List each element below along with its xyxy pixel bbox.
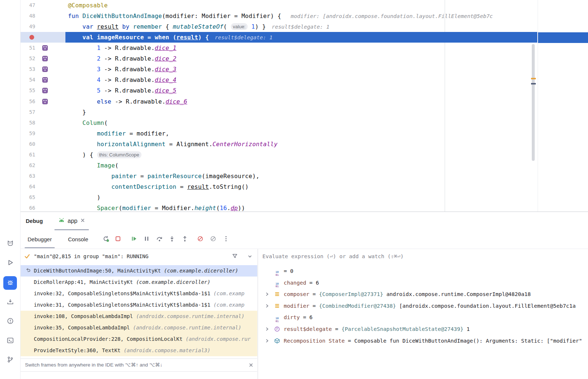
more-button[interactable] <box>221 234 231 245</box>
variable-row[interactable]: 1001dirty = 6 <box>258 311 588 323</box>
step-into-button[interactable] <box>167 234 177 245</box>
code-text[interactable]: } <box>68 107 86 118</box>
code-line-53[interactable]: 533 -> R.drawable.dice_3 <box>21 64 537 75</box>
code-line-48[interactable]: 48fun DiceWithButtonAndImage(modifier: M… <box>21 11 537 21</box>
code-text[interactable]: 3 -> R.drawable.dice_3 <box>68 64 176 75</box>
editor-gutter[interactable]: 51 <box>21 43 65 53</box>
code-text[interactable]: Column( <box>68 118 108 128</box>
code-text[interactable]: fun DiceWithButtonAndImage(modifier: Mod… <box>68 11 493 21</box>
editor-gutter[interactable]: 47 <box>21 0 65 11</box>
frame-row[interactable]: CompositionLocalProvider:228, Compositio… <box>21 333 257 345</box>
code-line-63[interactable]: 63painter = painterResource(imageResourc… <box>21 171 537 181</box>
code-text[interactable]: contentDescription = result.toString() <box>68 181 249 192</box>
drawable-preview-icon[interactable] <box>42 99 48 106</box>
frame-row[interactable]: invoke:108, ComposableLambdaImpl (androi… <box>21 311 257 322</box>
pause-button[interactable] <box>141 234 152 245</box>
frame-row[interactable]: ProvideTextStyle:360, TextKt (androidx.c… <box>21 345 257 356</box>
breakpoint-icon[interactable] <box>29 35 34 40</box>
chevron-right-icon[interactable] <box>265 292 270 298</box>
variable-row[interactable]: 1001changed = 6 <box>258 277 588 289</box>
code-text[interactable]: painter = painterResource(imageResource)… <box>68 171 259 181</box>
editor-gutter[interactable]: 53 <box>21 64 65 75</box>
code-editor[interactable]: 47@Composable48fun DiceWithButtonAndImag… <box>21 0 537 212</box>
editor-gutter[interactable]: 65 <box>21 192 65 203</box>
code-line-62[interactable]: 62Image( <box>21 160 537 171</box>
editor-gutter[interactable]: 54 <box>21 75 65 85</box>
frame-row[interactable]: DiceWithButtonAndImage:50, MainActivityK… <box>21 265 257 277</box>
chevron-right-icon[interactable] <box>265 326 270 333</box>
debug-button[interactable] <box>3 276 17 290</box>
editor-gutter[interactable]: 57 <box>21 107 65 118</box>
mute-breakpoints-button[interactable] <box>195 234 205 245</box>
code-line-64[interactable]: 64contentDescription = result.toString() <box>21 181 537 192</box>
editor-gutter[interactable]: 48 <box>21 11 65 21</box>
code-text[interactable]: val imageResource = when (result) {resul… <box>68 32 273 43</box>
editor-gutter[interactable]: 60 <box>21 139 65 149</box>
editor-gutter[interactable]: 56 <box>21 96 65 107</box>
step-over-button[interactable] <box>154 234 165 245</box>
editor-gutter[interactable]: 49 <box>21 21 65 32</box>
resume-button[interactable] <box>129 234 139 245</box>
code-line-50[interactable]: val imageResource = when (result) {resul… <box>21 32 537 43</box>
frame-row[interactable]: invoke:31, ComposableSingletons$MainActi… <box>21 299 257 311</box>
stop-button[interactable] <box>113 234 123 245</box>
tab-console[interactable]: Console <box>68 230 88 248</box>
code-line-57[interactable]: 57} <box>21 107 537 118</box>
close-icon[interactable] <box>248 362 254 369</box>
code-line-58[interactable]: 58Column( <box>21 118 537 128</box>
code-text[interactable]: 5 -> R.drawable.dice_5 <box>68 85 176 96</box>
code-line-49[interactable]: 49var result by remember { mutableStateO… <box>21 21 537 32</box>
editor-scrollbar[interactable] <box>532 44 535 161</box>
chevron-down-icon[interactable] <box>247 254 252 260</box>
editor-gutter[interactable]: 62 <box>21 160 65 171</box>
code-line-60[interactable]: 60horizontalAlignment = Alignment.Center… <box>21 139 537 149</box>
editor-gutter[interactable]: 66 <box>21 203 65 212</box>
editor-gutter[interactable]: 64 <box>21 181 65 192</box>
frame-row[interactable]: DiceRollerApp:41, MainActivityKt (com.ex… <box>21 277 257 288</box>
code-line-61[interactable]: 61) { this: ColumnScope <box>21 149 537 160</box>
rerun-button[interactable] <box>101 234 111 245</box>
variable-row[interactable]: Recomposition State = Composable fun Dic… <box>258 335 588 347</box>
frame-row[interactable]: invoke:35, ComposableLambdaImpl (android… <box>21 322 257 333</box>
code-text[interactable]: 4 -> R.drawable.dice_4 <box>68 75 176 85</box>
problems-button[interactable] <box>3 315 17 328</box>
filter-icon[interactable] <box>232 253 238 261</box>
code-line-56[interactable]: 56else -> R.drawable.dice_6 <box>21 96 537 107</box>
code-line-65[interactable]: 65) <box>21 192 537 203</box>
evaluate-expression-field[interactable]: Evaluate expression (⏎) or add a watch (… <box>262 249 404 264</box>
code-text[interactable]: Image( <box>68 160 119 171</box>
code-line-66[interactable]: 66Spacer(modifier = Modifier.height(16.d… <box>21 203 537 212</box>
tab-app[interactable]: app <box>54 212 89 230</box>
drawable-preview-icon[interactable] <box>42 66 48 73</box>
tab-debugger[interactable]: Debugger <box>28 230 52 248</box>
chevron-right-icon[interactable] <box>265 303 270 310</box>
drawable-preview-icon[interactable] <box>42 56 48 63</box>
variable-row[interactable]: modifier = {CombinedModifier@27438} [and… <box>258 300 588 312</box>
code-text[interactable]: @Composable <box>68 0 108 11</box>
code-line-59[interactable]: 59modifier = modifier, <box>21 128 537 139</box>
run-button[interactable] <box>3 256 17 270</box>
step-out-button[interactable] <box>180 234 190 245</box>
variable-row[interactable]: composer = {ComposerImpl@27371} androidx… <box>258 288 588 300</box>
editor-gutter[interactable]: 63 <box>21 171 65 181</box>
code-line-47[interactable]: 47@Composable <box>21 0 537 11</box>
drawable-preview-icon[interactable] <box>42 77 48 84</box>
terminal-button[interactable] <box>3 334 17 348</box>
drawable-preview-icon[interactable] <box>42 88 48 95</box>
thread-status[interactable]: "main"@2,815 in group "main": RUNNING <box>34 249 148 264</box>
editor-gutter[interactable]: 52 <box>21 53 65 64</box>
editor-gutter[interactable] <box>21 32 65 43</box>
code-line-54[interactable]: 544 -> R.drawable.dice_4 <box>21 75 537 85</box>
code-text[interactable]: 2 -> R.drawable.dice_2 <box>68 53 176 64</box>
code-text[interactable]: horizontalAlignment = Alignment.CenterHo… <box>68 139 277 149</box>
variable-row[interactable]: Presult$delegate = {ParcelableSnapshotMu… <box>258 323 588 335</box>
code-line-51[interactable]: 511 -> R.drawable.dice_1 <box>21 43 537 53</box>
code-text[interactable]: ) <box>68 192 100 203</box>
disable-breakpoints-button[interactable] <box>208 234 218 245</box>
close-icon[interactable] <box>80 218 85 224</box>
chevron-right-icon[interactable] <box>265 338 270 344</box>
editor-gutter[interactable]: 58 <box>21 118 65 128</box>
code-line-55[interactable]: 555 -> R.drawable.dice_5 <box>21 85 537 96</box>
code-text[interactable]: else -> R.drawable.dice_6 <box>68 96 187 107</box>
editor-gutter[interactable]: 61 <box>21 149 65 160</box>
